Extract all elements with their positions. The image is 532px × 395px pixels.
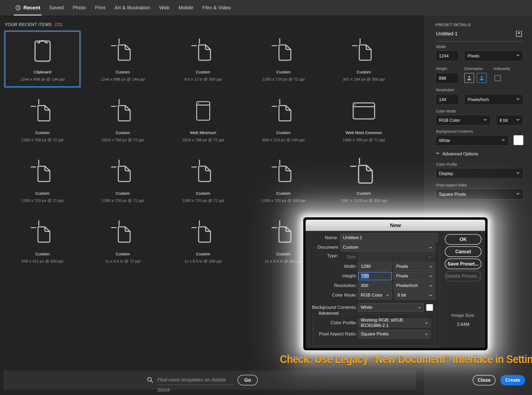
chevron-down-icon — [429, 245, 432, 250]
dialog-title-bar[interactable]: New — [306, 220, 485, 231]
background-contents-value: White — [361, 305, 372, 310]
resolution-unit-dropdown[interactable]: Pixels/Inch — [393, 281, 435, 290]
resolution-input[interactable]: 300 — [358, 281, 392, 290]
pixel-aspect-ratio-value: Square Pixels — [439, 192, 466, 197]
tab-saved[interactable]: Saved — [45, 0, 68, 15]
advanced-options-toggle[interactable]: Advanced Options — [435, 151, 478, 156]
tab-art-illustration[interactable]: Art & Illustration — [110, 0, 155, 15]
save-preset-button[interactable]: Save Preset... — [445, 259, 481, 269]
height-unit-value: Pixels — [396, 273, 408, 279]
height-input[interactable]: 898 — [435, 73, 459, 84]
tab-film-video[interactable]: Film & Video — [198, 0, 235, 15]
bit-depth-dropdown[interactable]: 8 bit — [395, 291, 435, 300]
tab-photo[interactable]: Photo — [68, 0, 90, 15]
search-icon — [147, 376, 154, 384]
chevron-down-icon — [425, 331, 428, 337]
tab-label: Film & Video — [202, 5, 231, 11]
recent-item-custom[interactable]: Custom307 x 184 px @ 300 ppi — [326, 31, 402, 87]
chevron-down-icon — [418, 305, 421, 310]
pixel-aspect-ratio-label: Pixel Aspect Ratio — [436, 183, 467, 187]
recent-item-custom[interactable]: Custom1280 x 768 px @ 72 ppi — [5, 92, 80, 148]
bit-depth-dropdown[interactable]: 8 bit — [496, 115, 523, 126]
resolution-input[interactable]: 144 — [435, 94, 459, 105]
recent-item-dimensions: 1280 x 768 px @ 72 ppi — [21, 138, 64, 142]
bit-depth-value: 8 bit — [397, 293, 406, 298]
color-mode-row: Color Mode: RGB Color 8 bit — [306, 291, 485, 300]
custom-document-icon — [110, 153, 136, 190]
recent-item-custom[interactable]: Custom538 x 411 px @ 300 ppi — [5, 213, 80, 269]
pixel-aspect-ratio-dropdown[interactable]: Square Pixels — [435, 189, 523, 199]
web-document-icon — [195, 93, 211, 129]
go-button[interactable]: Go — [238, 375, 258, 385]
tab-web[interactable]: Web — [155, 0, 174, 15]
background-color-swatch[interactable] — [513, 135, 523, 145]
chevron-down-icon — [435, 151, 440, 156]
custom-document-icon — [190, 214, 216, 251]
tab-print[interactable]: Print — [90, 0, 110, 15]
color-mode-dropdown[interactable]: RGB Color — [358, 291, 392, 300]
recent-item-web-minimum[interactable]: Web Minimum1024 x 768 px @ 72 ppi — [165, 92, 241, 148]
chevron-down-icon — [516, 53, 520, 59]
recent-item-dimensions: 600 x 223 px @ 144 ppi — [262, 138, 305, 142]
height-input[interactable]: 720 — [358, 272, 392, 280]
recent-item-dimensions: 11 x 8.5 in @ 200 ppi — [184, 259, 222, 263]
recent-item-custom[interactable]: Custom8.5 x 11 in @ 300 ppi — [165, 31, 241, 87]
document-type-label: Document Type: — [306, 243, 338, 252]
save-preset-icon[interactable] — [514, 29, 523, 38]
custom-document-icon — [30, 214, 55, 251]
chevron-down-icon — [516, 118, 520, 123]
recent-item-custom[interactable]: Custom1280 x 720 px @ 300 ppi — [246, 152, 321, 209]
orientation-label: Orientation — [464, 66, 483, 71]
orientation-portrait-button[interactable] — [464, 73, 474, 83]
width-unit-dropdown[interactable]: Pixels — [464, 51, 523, 61]
recent-item-dimensions: 1280 x 720 px @ 72 ppi — [102, 198, 144, 203]
recent-item-custom[interactable]: Custom1244 x 898 px @ 144 ppi — [85, 31, 161, 87]
recent-item-web-most-common[interactable]: Web Most Common1366 x 768 px @ 72 ppi — [326, 92, 402, 148]
artboards-checkbox[interactable] — [494, 75, 501, 81]
recent-item-custom[interactable]: Custom1280 x 720 px @ 72 ppi — [85, 152, 161, 209]
recent-item-custom[interactable]: Custom11 x 8.5 in @ 72 ppi — [85, 213, 161, 269]
color-profile-dropdown[interactable]: Working RGB: sRGB IEC61966-2.1 — [358, 319, 431, 327]
width-unit-dropdown[interactable]: Pixels — [393, 262, 435, 271]
recent-item-custom[interactable]: Custom600 x 223 px @ 144 ppi — [246, 92, 321, 148]
recent-item-custom[interactable]: Custom1280 x 720 px @ 72 ppi — [5, 152, 80, 209]
color-mode-dropdown[interactable]: RGB Color — [435, 115, 491, 126]
chevron-down-icon — [483, 118, 487, 123]
resolution-label: Resolution: — [306, 281, 357, 290]
recent-item-clipboard[interactable]: Clipboard1244 x 898 px @ 144 ppi — [5, 31, 80, 87]
tab-mobile[interactable]: Mobile — [174, 0, 198, 15]
pixel-aspect-ratio-dropdown[interactable]: Square Pixels — [358, 330, 431, 338]
width-input[interactable]: 1244 — [435, 51, 459, 61]
recent-item-name: Custom — [196, 191, 210, 196]
color-profile-dropdown[interactable]: Display — [435, 168, 523, 179]
create-button[interactable]: Create — [500, 375, 525, 385]
resolution-unit-dropdown[interactable]: Pixels/Inch — [464, 94, 523, 105]
width-unit-value: Pixels — [468, 53, 479, 59]
name-input[interactable]: Untitled-1 — [340, 234, 438, 242]
recent-item-name: Custom — [357, 70, 371, 74]
custom-document-icon — [30, 153, 55, 190]
recent-item-custom[interactable]: Custom1024 x 768 px @ 72 ppi — [85, 92, 161, 148]
adobe-stock-search-input[interactable]: Find more templates on Adobe Stock — [157, 375, 235, 385]
preset-name-input[interactable]: Untitled-1 — [436, 31, 458, 37]
width-input[interactable]: 1280 — [358, 262, 392, 271]
recent-item-dimensions: 1244 x 898 px @ 144 ppi — [101, 77, 145, 81]
recent-item-name: Custom — [276, 252, 290, 256]
document-type-dropdown[interactable]: Custom — [340, 243, 435, 252]
recent-item-custom[interactable]: Custom2997 x 2219 px @ 350 ppi — [326, 152, 402, 209]
close-button[interactable]: Close — [473, 375, 496, 385]
recent-item-name: Custom — [35, 191, 49, 196]
recent-item-dimensions: 1366 x 768 px @ 72 ppi — [343, 138, 385, 142]
tab-recent[interactable]: Recent — [11, 0, 45, 15]
bit-depth-value: 8 bit — [500, 118, 508, 123]
recent-item-custom[interactable]: Custom1280 x 720 px @ 72 ppi — [165, 152, 241, 209]
background-contents-dropdown[interactable]: White — [358, 303, 424, 312]
recent-item-custom[interactable]: Custom1280 x 720 px @ 72 ppi — [246, 31, 321, 87]
orientation-landscape-button[interactable] — [477, 73, 487, 83]
cancel-button[interactable]: Cancel — [445, 246, 481, 257]
background-contents-dropdown[interactable]: White — [435, 135, 509, 146]
background-color-swatch[interactable] — [426, 304, 433, 311]
recent-item-custom[interactable]: Custom11 x 8.5 in @ 200 ppi — [165, 213, 241, 269]
ok-button[interactable]: OK — [445, 234, 481, 245]
height-unit-dropdown[interactable]: Pixels — [393, 272, 435, 280]
